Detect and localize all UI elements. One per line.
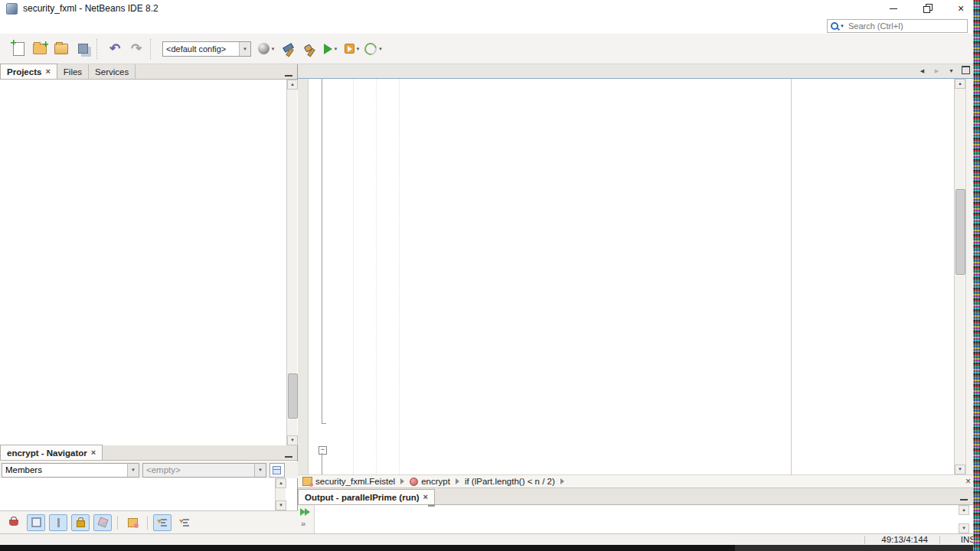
search-dropdown-icon[interactable]: ▼	[840, 24, 844, 28]
debug-project-button[interactable]: ▼	[342, 39, 362, 59]
breadcrumb-method[interactable]: encrypt	[421, 477, 450, 486]
search-input[interactable]	[847, 21, 967, 31]
chevron-down-icon[interactable]: ▼	[127, 464, 139, 477]
profile-icon	[362, 40, 379, 57]
minimize-button[interactable]	[888, 3, 899, 14]
members-filter-value: Members	[2, 465, 127, 474]
config-value: <default config>	[163, 44, 239, 54]
new-project-icon	[33, 44, 47, 54]
chevron-down-icon: ▼	[378, 47, 383, 51]
error-stripe[interactable]	[965, 79, 973, 474]
toolbar-separator	[96, 39, 101, 59]
memory-button[interactable]: ▼	[256, 39, 276, 59]
sort-by-source-button[interactable]	[175, 514, 194, 531]
static-member-icon	[57, 518, 60, 527]
sort-by-name-button[interactable]	[153, 514, 172, 531]
profile-project-button[interactable]: ▼	[364, 39, 384, 59]
scroll-down-icon[interactable]: ▼	[276, 500, 286, 510]
rerun-icon[interactable]	[300, 508, 311, 516]
save-all-button[interactable]	[73, 39, 93, 59]
search-box[interactable]: ▼	[827, 19, 968, 33]
close-button[interactable]: ×	[956, 3, 966, 14]
show-fields-filter-button[interactable]	[27, 514, 45, 531]
new-file-button[interactable]	[8, 39, 28, 59]
empty-filter-select[interactable]: <empty> ▼	[142, 463, 266, 478]
build-project-button[interactable]	[278, 39, 298, 59]
close-icon[interactable]: ×	[45, 67, 50, 76]
scroll-thumb[interactable]	[956, 189, 965, 275]
filter-separator	[117, 516, 118, 530]
save-all-icon	[78, 44, 88, 54]
maximize-window-icon[interactable]	[962, 66, 970, 74]
scroll-down-icon[interactable]: ▼	[959, 523, 969, 533]
minimize-panel-icon[interactable]	[285, 450, 292, 458]
tab-services[interactable]: Services	[89, 64, 136, 79]
scroll-down-icon[interactable]: ▼	[287, 435, 298, 445]
tab-output[interactable]: Output - parallelPrime (run) ×	[298, 489, 435, 504]
empty-filter-value: <empty>	[143, 465, 254, 474]
output-options-icon[interactable]: »	[301, 519, 305, 528]
method-icon	[410, 478, 418, 486]
show-other-filter-button[interactable]	[93, 514, 112, 531]
undo-button[interactable]: ↶	[105, 39, 125, 59]
open-javadoc-window-button[interactable]	[270, 463, 285, 478]
show-non-public-filter-button[interactable]	[71, 514, 90, 531]
code-text[interactable]	[330, 79, 954, 474]
config-select[interactable]: <default config> ▼	[162, 41, 251, 57]
redo-button[interactable]: ↷	[126, 39, 146, 59]
fold-line	[322, 79, 322, 424]
status-separator	[939, 536, 940, 544]
tab-projects[interactable]: Projects ×	[0, 64, 57, 79]
minimize-panel-icon[interactable]	[960, 493, 968, 500]
chevron-down-icon[interactable]: ▼	[239, 42, 250, 56]
fold-line	[322, 453, 322, 474]
lock-icon	[77, 520, 85, 527]
tab-output-label: Output - parallelPrime (run)	[305, 491, 420, 504]
indent-guide	[353, 79, 354, 474]
chevron-down-icon: ▼	[271, 47, 276, 51]
restore-button[interactable]	[922, 3, 933, 14]
output-console[interactable]: » ▲ ▼	[298, 505, 980, 533]
scroll-down-icon[interactable]: ▼	[955, 465, 965, 474]
scroll-tabs-right-icon[interactable]: ▶	[932, 66, 942, 77]
chevron-right-icon	[400, 478, 404, 484]
show-static-filter-button[interactable]	[49, 514, 67, 531]
open-project-button[interactable]	[51, 39, 71, 59]
chevron-down-icon[interactable]: ▼	[254, 464, 266, 477]
inherited-members-filter-button[interactable]	[5, 514, 23, 531]
sphere-icon	[258, 43, 270, 54]
code-editor[interactable]: − ▲ ▼	[298, 79, 980, 474]
breadcrumb-block[interactable]: if (lPart.length() < n / 2)	[465, 477, 555, 486]
scroll-up-icon[interactable]: ▲	[955, 79, 965, 89]
window-title: security_fxml - NetBeans IDE 8.2	[23, 3, 158, 14]
status-bar: 49:13/4:144 INS	[0, 533, 980, 545]
navigator-scrollbar[interactable]: ▲ ▼	[275, 478, 286, 510]
hammer-icon	[282, 43, 294, 55]
projects-scrollbar[interactable]: ▲ ▼	[286, 80, 297, 445]
tab-navigator[interactable]: encrypt - Navigator ×	[0, 445, 103, 460]
editor-scrollbar[interactable]: ▲ ▼	[954, 79, 965, 474]
new-project-button[interactable]	[30, 39, 50, 59]
run-project-button[interactable]: ▼	[321, 39, 341, 59]
members-filter-select[interactable]: Members ▼	[2, 463, 139, 478]
close-icon[interactable]: ×	[423, 493, 428, 501]
netbeans-window: security_fxml - NetBeans IDE 8.2 × ▼ ↶ ↷…	[0, 0, 980, 551]
scroll-tabs-left-icon[interactable]: ◀	[917, 66, 927, 77]
navigator-tree[interactable]	[0, 478, 286, 510]
fold-collapse-icon[interactable]: −	[318, 446, 327, 455]
navigator-filter-bar	[0, 510, 298, 533]
scroll-up-icon[interactable]: ▲	[276, 478, 286, 488]
toolbar-separator	[150, 39, 155, 59]
close-icon[interactable]: ×	[965, 476, 971, 487]
scroll-up-icon[interactable]: ▲	[959, 505, 969, 515]
tab-list-icon[interactable]: ▼	[946, 66, 956, 77]
tab-files[interactable]: Files	[57, 64, 89, 79]
scroll-thumb[interactable]	[288, 373, 298, 419]
breadcrumb-class[interactable]: security_fxml.Feistel	[315, 477, 395, 486]
clean-build-button[interactable]	[299, 39, 319, 59]
close-icon[interactable]: ×	[91, 448, 96, 457]
scroll-up-icon[interactable]: ▲	[287, 80, 298, 90]
show-inner-classes-button[interactable]	[123, 514, 142, 531]
projects-tree[interactable]	[0, 80, 298, 445]
minimize-panel-icon[interactable]	[285, 69, 292, 77]
